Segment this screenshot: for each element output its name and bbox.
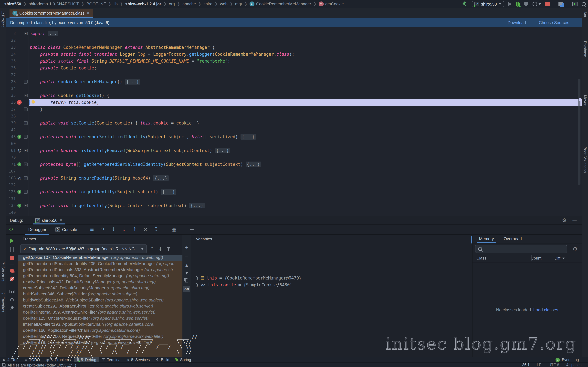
breadcrumb-item[interactable]: lib <box>113 2 118 6</box>
indent-setting[interactable]: 4 spaces <box>566 363 581 367</box>
code-text[interactable]: } <box>29 106 582 113</box>
stop-button[interactable] <box>545 2 550 6</box>
code-text[interactable] <box>29 126 582 133</box>
layout-settings-icon[interactable]: ⚌ <box>190 227 194 232</box>
code-text[interactable]: protected byte[] getRememberedSerialized… <box>29 161 582 168</box>
fold-gutter[interactable]: + <box>23 30 29 37</box>
fold-gutter[interactable]: + <box>23 78 29 85</box>
stripe-item-1-project[interactable]: 1: Project <box>1 11 5 27</box>
gutter[interactable]: ↑ <box>16 204 23 208</box>
gear-icon[interactable]: ⚙ <box>562 218 567 223</box>
step-out-icon[interactable]: ↑ <box>133 227 137 232</box>
sync-status-icon[interactable] <box>2 363 5 367</box>
code-text[interactable]: public class CookieRememberMeManager ext… <box>29 44 582 51</box>
fold-icon[interactable]: − <box>24 94 27 97</box>
variable-row[interactable]: ❯oothis.cookie = {SimpleCookie@6480} <box>191 282 472 288</box>
breadcrumb-item[interactable]: BOOT-INF <box>86 2 106 6</box>
editor-scrollbar[interactable] <box>578 79 580 185</box>
run-anything-icon[interactable] <box>572 2 578 6</box>
frame-row[interactable]: buildSubject:846, Subject$Builder (org.a… <box>18 291 182 297</box>
code-editor[interactable]: 8+import ...2223public class CookieRemem… <box>6 27 582 216</box>
settings-gear-icon[interactable]: ⚙ <box>10 298 14 302</box>
code-text[interactable]: protected void forgetIdentity(Subject su… <box>29 188 582 195</box>
fold-icon[interactable]: + <box>24 135 27 139</box>
search-icon[interactable] <box>582 2 586 6</box>
fold-icon[interactable]: + <box>24 176 27 180</box>
breadcrumb-item[interactable]: apache <box>182 2 196 6</box>
overrides-method-icon[interactable]: ↑ <box>17 135 21 139</box>
frame-row[interactable]: doFilter:125, OncePerRequestFilter (org.… <box>18 315 182 321</box>
frame-row[interactable]: internalDoFilter:193, ApplicationFilterC… <box>18 321 182 327</box>
move-down-icon[interactable]: ▼ <box>185 271 188 275</box>
tab-overhead[interactable]: Overhead <box>504 236 522 243</box>
fold-icon[interactable]: + <box>24 204 27 208</box>
toolwindow-button-terminal[interactable]: ›Terminal <box>99 357 124 363</box>
breadcrumb-item[interactable]: web <box>220 2 228 6</box>
stripe-item-2-favorites[interactable]: 2: Favorites <box>1 292 5 312</box>
stripe-item-bean-validation[interactable]: Bean Validation <box>583 147 587 173</box>
gutter[interactable]: ↑ <box>16 162 23 166</box>
code-text[interactable]: public void forgetIdentity(SubjectContex… <box>29 202 582 209</box>
fold-icon[interactable]: + <box>24 121 27 125</box>
download-link[interactable]: Download... <box>508 20 529 25</box>
code-text[interactable] <box>29 209 582 216</box>
code-text[interactable] <box>29 85 582 92</box>
gutter[interactable]: ✓ <box>16 100 23 105</box>
breadcrumb-item[interactable]: shiro <box>203 2 212 6</box>
code-text[interactable] <box>29 182 582 188</box>
toolwindow-button-build[interactable]: Build <box>153 357 172 363</box>
code-text[interactable] <box>29 168 582 175</box>
hide-icon[interactable]: — <box>572 218 577 223</box>
code-text[interactable]: private static final transient Logger lo… <box>29 51 582 58</box>
tab-memory[interactable]: Memory <box>479 236 494 243</box>
stripe-item-maven[interactable]: Maven <box>583 95 587 106</box>
tab-console[interactable]: ❯ Console <box>52 225 80 235</box>
force-step-into-icon[interactable]: ↓ <box>122 227 126 232</box>
breadcrumb-item[interactable]: shiro550 <box>4 2 21 6</box>
close-icon[interactable]: ✕ <box>86 11 90 15</box>
fold-gutter[interactable]: − <box>23 106 29 113</box>
code-text[interactable] <box>29 37 582 44</box>
frame-row[interactable]: doFilter:166, ApplicationFilterChain (or… <box>18 327 182 334</box>
code-text[interactable] <box>29 140 582 147</box>
code-text[interactable] <box>29 195 582 202</box>
profiler-button[interactable] <box>533 2 541 6</box>
fold-gutter[interactable]: + <box>23 161 29 168</box>
move-up-icon[interactable]: ▲ <box>185 263 188 267</box>
code-text[interactable]: protected void rememberSerializedIdentit… <box>29 133 582 140</box>
pin-icon[interactable] <box>10 306 14 310</box>
editor-tab[interactable]: C CookieRememberMeManager.class ✕ <box>9 9 93 17</box>
toolwindow-button-todo[interactable]: ≡TODO <box>21 357 43 363</box>
overrides-method-icon[interactable]: ↑ <box>17 190 21 194</box>
frame-row[interactable]: resolvePrincipals:492, DefaultSecurityMa… <box>18 279 182 285</box>
frame-row[interactable]: doFilterInternal:100, RequestContextFilt… <box>18 334 182 340</box>
run-button[interactable] <box>508 2 511 6</box>
project-structure-icon[interactable] <box>558 2 563 6</box>
breadcrumb-item[interactable]: mgetCookie <box>319 1 344 6</box>
toolwindow-button-spring[interactable]: Spring <box>172 357 194 363</box>
frame-row[interactable]: createSubject:342, DefaultSecurityManage… <box>18 285 182 291</box>
event-log-button[interactable]: 1 Event Log <box>555 358 579 362</box>
fold-gutter[interactable]: + <box>23 175 29 182</box>
run-to-cursor-icon[interactable]: ↧ <box>154 227 158 232</box>
chevron-right-icon[interactable]: ❯ <box>196 276 199 280</box>
code-text[interactable]: public CookieRememberMeManager() {...} <box>29 78 582 85</box>
breadcrumb-item[interactable]: org <box>169 2 175 6</box>
step-into-icon[interactable]: ↓ <box>111 227 115 232</box>
gutter[interactable]: @ <box>16 176 23 180</box>
frame-row[interactable]: getRememberedPrincipals:393, AbstractRem… <box>18 267 182 273</box>
column-class[interactable]: Class <box>473 256 528 260</box>
memory-search-input[interactable] <box>475 245 567 253</box>
line-ending[interactable]: LF <box>537 363 541 367</box>
intention-bulb-icon[interactable] <box>32 100 35 104</box>
overrides-method-icon[interactable]: ↑ <box>17 162 21 166</box>
next-frame-icon[interactable]: ↓ <box>158 246 162 252</box>
frame-row[interactable]: doFilter:119, OncePerRequestFilter (org.… <box>18 340 182 346</box>
mute-breakpoints-icon[interactable] <box>10 277 14 281</box>
choose-sources-link[interactable]: Choose Sources... <box>539 20 573 25</box>
gutter[interactable]: ↑ <box>16 135 23 139</box>
breadcrumb-item[interactable]: shiro-web-1.2.4.jar <box>125 2 161 6</box>
stripe-item-7-structure[interactable]: 7: Structure <box>1 262 5 282</box>
overrides-method-icon[interactable]: ↑ <box>17 204 21 208</box>
resume-icon[interactable] <box>10 239 14 243</box>
